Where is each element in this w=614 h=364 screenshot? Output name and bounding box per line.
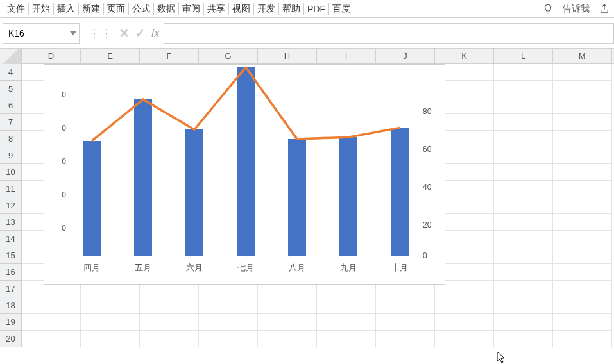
row-header[interactable]: 15 <box>0 247 22 264</box>
cell[interactable] <box>494 131 553 147</box>
cell[interactable] <box>376 297 435 314</box>
row-header[interactable]: 5 <box>0 81 22 97</box>
menu-help[interactable]: 帮助 <box>279 1 303 17</box>
cell[interactable] <box>435 331 494 347</box>
cancel-icon[interactable]: ✕ <box>119 26 129 40</box>
cell[interactable] <box>435 297 494 314</box>
drag-handle-icon[interactable]: ⋮⋮ <box>89 28 113 39</box>
cell[interactable] <box>317 331 376 347</box>
cell[interactable] <box>494 81 553 97</box>
cell[interactable] <box>376 314 435 331</box>
menu-new[interactable]: 新建 <box>79 1 103 17</box>
share-icon[interactable] <box>599 3 610 15</box>
cell[interactable] <box>494 231 553 247</box>
col-header[interactable]: M <box>553 49 612 63</box>
cell[interactable] <box>494 114 553 131</box>
cell[interactable] <box>553 181 612 197</box>
cell[interactable] <box>494 281 553 297</box>
cell[interactable] <box>494 164 553 181</box>
col-header[interactable]: H <box>258 49 317 63</box>
cell[interactable] <box>553 214 612 231</box>
cell[interactable] <box>553 264 612 281</box>
col-header[interactable]: F <box>140 49 199 63</box>
cell[interactable] <box>258 331 317 347</box>
cell[interactable] <box>199 314 258 331</box>
bulb-icon[interactable] <box>542 3 554 15</box>
cell[interactable] <box>553 81 612 97</box>
menu-insert[interactable]: 插入 <box>54 1 78 17</box>
row-header[interactable]: 16 <box>0 264 22 281</box>
cell[interactable] <box>435 314 494 331</box>
menu-page[interactable]: 页面 <box>104 1 128 17</box>
cell[interactable] <box>199 297 258 314</box>
cell[interactable] <box>553 131 612 147</box>
cell[interactable] <box>140 331 199 347</box>
cell[interactable] <box>258 297 317 314</box>
row-header[interactable]: 17 <box>0 281 22 297</box>
cell[interactable] <box>258 314 317 331</box>
col-header[interactable]: L <box>494 49 553 63</box>
menu-data[interactable]: 数据 <box>154 1 178 17</box>
row-header[interactable]: 9 <box>0 147 22 164</box>
menu-file[interactable]: 文件 <box>4 1 28 17</box>
col-header[interactable]: D <box>22 49 81 63</box>
cell[interactable] <box>81 331 140 347</box>
row-header[interactable]: 11 <box>0 181 22 197</box>
cell[interactable] <box>553 231 612 247</box>
cell[interactable] <box>376 331 435 347</box>
cell[interactable] <box>494 247 553 264</box>
cell[interactable] <box>494 331 553 347</box>
menu-formula[interactable]: 公式 <box>129 1 153 17</box>
confirm-icon[interactable]: ✓ <box>135 26 145 40</box>
col-header[interactable]: E <box>81 49 140 63</box>
cell[interactable] <box>81 297 140 314</box>
cell[interactable] <box>553 97 612 114</box>
cell[interactable] <box>494 297 553 314</box>
cell[interactable] <box>22 297 81 314</box>
row-header[interactable]: 10 <box>0 164 22 181</box>
cell[interactable] <box>553 297 612 314</box>
cell[interactable] <box>494 147 553 164</box>
cell[interactable] <box>553 147 612 164</box>
cell[interactable] <box>553 281 612 297</box>
col-header[interactable]: K <box>435 49 494 63</box>
cell[interactable] <box>494 197 553 214</box>
cell[interactable] <box>199 331 258 347</box>
cell[interactable] <box>553 314 612 331</box>
cells-area[interactable]: 0 0 0 0 0 806040200 四月五月六月七月八月九月十月 <box>22 64 614 347</box>
cell[interactable] <box>494 264 553 281</box>
dropdown-icon[interactable] <box>70 31 76 35</box>
formula-input[interactable] <box>164 23 614 44</box>
menu-home[interactable]: 开始 <box>29 1 53 17</box>
row-header[interactable]: 6 <box>0 97 22 114</box>
chart-object[interactable]: 0 0 0 0 0 806040200 四月五月六月七月八月九月十月 <box>44 64 445 285</box>
cell[interactable] <box>553 64 612 81</box>
cell[interactable] <box>317 314 376 331</box>
menu-view[interactable]: 视图 <box>229 1 253 17</box>
cell[interactable] <box>553 247 612 264</box>
col-header[interactable]: I <box>317 49 376 63</box>
cell[interactable] <box>553 331 612 347</box>
cell[interactable] <box>553 164 612 181</box>
cell[interactable] <box>553 197 612 214</box>
cell[interactable] <box>494 64 553 81</box>
menu-pdf[interactable]: PDF <box>304 1 328 17</box>
cell[interactable] <box>494 97 553 114</box>
cell[interactable] <box>494 314 553 331</box>
cell[interactable] <box>22 331 81 347</box>
row-header[interactable]: 18 <box>0 297 22 314</box>
row-header[interactable]: 8 <box>0 131 22 147</box>
menu-share[interactable]: 共享 <box>204 1 228 17</box>
row-header[interactable]: 14 <box>0 231 22 247</box>
cell[interactable] <box>22 314 81 331</box>
row-header[interactable]: 7 <box>0 114 22 131</box>
col-header[interactable]: G <box>199 49 258 63</box>
menu-review[interactable]: 审阅 <box>179 1 203 17</box>
cell[interactable] <box>494 181 553 197</box>
row-header[interactable]: 19 <box>0 314 22 331</box>
cell[interactable] <box>494 214 553 231</box>
cell[interactable] <box>140 297 199 314</box>
tell-me-label[interactable]: 告诉我 <box>554 3 599 15</box>
col-header[interactable]: J <box>376 49 435 63</box>
menu-dev[interactable]: 开发 <box>254 1 278 17</box>
